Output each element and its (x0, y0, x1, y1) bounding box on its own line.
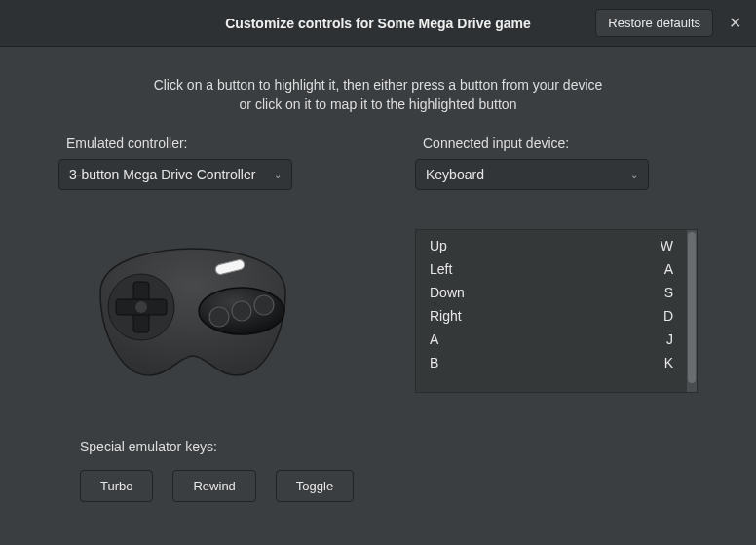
restore-defaults-button[interactable]: Restore defaults (595, 9, 713, 37)
emulated-controller-label: Emulated controller: (58, 136, 327, 151)
binding-action: Up (430, 238, 447, 253)
scrollbar-thumb[interactable] (688, 232, 696, 383)
controller-image[interactable] (58, 239, 327, 385)
binding-row[interactable]: BK (416, 351, 687, 374)
binding-key: J (666, 331, 673, 347)
instructions-text: Click on a button to highlight it, then … (0, 76, 756, 114)
binding-row[interactable]: RightD (416, 304, 687, 328)
binding-row[interactable]: LeftA (416, 257, 687, 281)
binding-key: K (664, 355, 673, 370)
svg-point-7 (232, 301, 251, 321)
binding-key: D (663, 308, 673, 324)
emulated-controller-dropdown[interactable]: 3-button Mega Drive Controller ⌄ (58, 159, 292, 190)
binding-action: Right (430, 308, 462, 324)
svg-point-6 (209, 307, 229, 327)
toggle-button[interactable]: Toggle (276, 470, 354, 502)
binding-action: Left (430, 261, 452, 277)
svg-point-3 (135, 301, 147, 313)
connected-device-label: Connected input device: (415, 136, 698, 151)
close-button[interactable]: ✕ (721, 10, 748, 37)
close-icon: ✕ (729, 14, 741, 32)
binding-action: B (430, 355, 438, 370)
gamepad-icon (81, 239, 305, 385)
binding-row[interactable]: AJ (416, 328, 687, 351)
binding-action: Down (430, 285, 465, 300)
connected-device-value: Keyboard (426, 167, 484, 182)
bindings-list: UpWLeftADownSRightDAJBK (415, 229, 698, 393)
turbo-button[interactable]: Turbo (80, 470, 153, 502)
binding-action: A (430, 331, 438, 347)
special-keys-label: Special emulator keys: (80, 439, 354, 454)
chevron-down-icon: ⌄ (630, 170, 638, 180)
svg-point-8 (254, 295, 274, 315)
connected-device-dropdown[interactable]: Keyboard ⌄ (415, 159, 649, 190)
rewind-button[interactable]: Rewind (172, 470, 255, 502)
binding-key: A (664, 261, 673, 277)
header-bar: Customize controls for Some Mega Drive g… (0, 0, 756, 47)
binding-key: S (664, 285, 673, 300)
binding-key: W (661, 238, 673, 253)
chevron-down-icon: ⌄ (274, 170, 282, 180)
binding-row[interactable]: UpW (416, 234, 687, 257)
scrollbar[interactable] (687, 230, 697, 392)
binding-row[interactable]: DownS (416, 281, 687, 304)
emulated-controller-value: 3-button Mega Drive Controller (69, 167, 255, 182)
